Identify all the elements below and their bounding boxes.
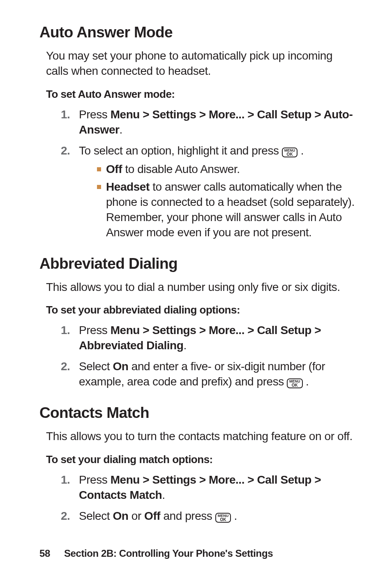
bullet-off: Off to disable Auto Answer. <box>97 162 355 177</box>
bullet-headset: Headset to answer calls automatically wh… <box>97 180 355 240</box>
step-2: 2. Select On or Off and press MENUOK . <box>61 509 355 524</box>
bullet-label: Headset <box>106 180 150 193</box>
step-text-post: . <box>303 375 309 388</box>
subhead-auto-answer: To set Auto Answer mode: <box>46 88 355 101</box>
subhead-abbrev-dialing: To set your abbreviated dialing options: <box>46 304 355 316</box>
step-text-post: . <box>297 144 304 157</box>
step-text-post: . <box>119 123 122 136</box>
step-on: On <box>113 510 128 522</box>
step-text-pre: Press <box>79 108 111 121</box>
heading-contacts-match: Contacts Match <box>39 404 355 422</box>
step-on: On <box>113 360 128 373</box>
footer-title: Section 2B: Controlling Your Phone's Set… <box>64 548 273 559</box>
step-text-post: . <box>231 510 237 522</box>
intro-contacts-match: This allows you to turn the contacts mat… <box>46 429 355 444</box>
intro-abbrev-dialing: This allows you to dial a number using o… <box>46 280 355 295</box>
step-text-bold: Menu > Settings > More... > Call Setup >… <box>79 324 321 352</box>
step-number: 1. <box>61 473 70 488</box>
step-2: 2. To select an option, highlight it and… <box>61 143 355 240</box>
step-text-a: Select <box>79 360 113 373</box>
menu-ok-key-icon: MENUOK <box>287 378 303 388</box>
step-text-a: Select <box>79 510 113 522</box>
bullet-rest: to disable Auto Answer. <box>122 163 240 175</box>
step-2: 2. Select On and enter a five- or six-di… <box>61 359 355 390</box>
page-footer: 58Section 2B: Controlling Your Phone's S… <box>39 548 273 559</box>
step-number: 1. <box>61 323 70 338</box>
step-text-post: . <box>162 489 165 501</box>
step-number: 2. <box>61 359 70 374</box>
intro-auto-answer: You may set your phone to automatically … <box>46 48 355 79</box>
page-number: 58 <box>39 548 50 559</box>
step-off: Off <box>144 510 160 522</box>
subhead-contacts-match: To set your dialing match options: <box>46 453 355 466</box>
bullet-label: Off <box>106 163 122 175</box>
menu-ok-key-icon: MENUOK <box>215 513 231 523</box>
heading-auto-answer: Auto Answer Mode <box>39 24 355 41</box>
page-content: Auto Answer Mode You may set your phone … <box>0 0 392 588</box>
heading-abbrev-dialing: Abbreviated Dialing <box>39 255 355 272</box>
step-text-pre: Press <box>79 473 111 486</box>
steps-contacts-match: 1. Press Menu > Settings > More... > Cal… <box>39 473 355 524</box>
step-text-pre: Press <box>79 324 111 337</box>
steps-abbrev-dialing: 1. Press Menu > Settings > More... > Cal… <box>39 323 355 390</box>
step-text-pre: To select an option, highlight it and pr… <box>79 144 282 157</box>
menu-ok-key-icon: MENUOK <box>282 148 298 157</box>
step-text-b: and press <box>160 510 215 522</box>
step-number: 1. <box>61 107 70 122</box>
sub-bullets: Off to disable Auto Answer. Headset to a… <box>79 162 355 240</box>
step-text-mid: or <box>128 510 144 522</box>
step-1: 1. Press Menu > Settings > More... > Cal… <box>61 107 355 138</box>
step-number: 2. <box>61 143 70 159</box>
step-text-bold: Menu > Settings > More... > Call Setup >… <box>79 473 321 501</box>
step-text-post: . <box>183 339 186 352</box>
step-1: 1. Press Menu > Settings > More... > Cal… <box>61 323 355 353</box>
step-1: 1. Press Menu > Settings > More... > Cal… <box>61 473 355 503</box>
step-number: 2. <box>61 509 70 524</box>
steps-auto-answer: 1. Press Menu > Settings > More... > Cal… <box>39 107 355 240</box>
